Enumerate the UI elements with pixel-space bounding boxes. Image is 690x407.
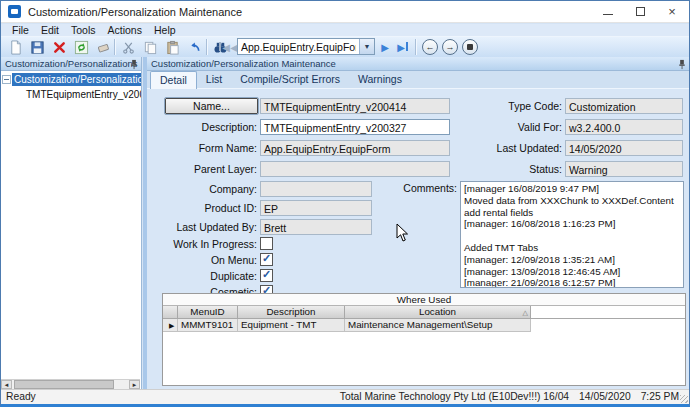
column-header-menuid[interactable]: MenuID [178, 306, 238, 319]
menu-actions[interactable]: Actions [102, 24, 148, 36]
close-button[interactable]: × [657, 1, 687, 22]
description-input[interactable] [264, 122, 446, 134]
where-used-grid: Where Used MenuID Description Location △… [162, 293, 686, 386]
valid-for-label: Valid For: [447, 121, 562, 133]
customization-maintenance-window: Customization/Personalization Maintenanc… [0, 0, 690, 407]
table-row[interactable]: ▶ MMMT9101 Equipment - TMT Maintenance M… [163, 319, 685, 332]
copy-button[interactable] [140, 38, 160, 56]
tab-warnings[interactable]: Warnings [349, 71, 411, 88]
type-code-label: Type Code: [447, 100, 562, 112]
refresh-button[interactable] [71, 38, 91, 56]
cut-button[interactable] [118, 38, 138, 56]
tree-panel-title: Customization/Personalizations [5, 58, 138, 69]
column-header-location[interactable]: Location △ [345, 306, 531, 319]
name-field: TMTEquipmentEntry_v200414 [260, 98, 450, 114]
new-button[interactable] [5, 38, 25, 56]
tree-panel: Customization/Personalizations Customiza… [1, 57, 142, 389]
company-label: Company: [152, 183, 257, 195]
titlebar: Customization/Personalization Maintenanc… [1, 1, 689, 23]
pin-icon[interactable] [130, 59, 138, 70]
column-header-description[interactable]: Description [238, 306, 345, 319]
close-icon: × [668, 4, 676, 19]
customizations-tree: Customization/Personalization TMTEquipme… [1, 71, 141, 379]
undo-button[interactable] [184, 38, 204, 56]
record-combo[interactable]: ▼ [237, 38, 375, 55]
next-record-button[interactable]: ▶ [378, 38, 392, 56]
tab-list[interactable]: List [197, 71, 231, 88]
on-menu-checkbox[interactable] [260, 253, 273, 266]
status-bar: Ready Total Marine Technology Pty Ltd (E… [1, 389, 689, 404]
scroll-left-icon[interactable]: ◄ [1, 380, 12, 389]
app-icon [8, 5, 21, 18]
where-used-caption: Where Used [163, 294, 685, 306]
tree-node-root[interactable]: Customization/Personalization [1, 73, 141, 86]
duplicate-label: Duplicate: [152, 270, 257, 282]
forward-button[interactable]: → [442, 39, 458, 55]
tree-node-child[interactable]: TMTEquipmentEntry_v200414 [1, 88, 141, 101]
status-label: Status: [447, 163, 562, 175]
main-panel-title: Customization/Personalization Maintenanc… [151, 58, 336, 69]
delete-button[interactable] [49, 38, 69, 56]
description-label: Description: [152, 121, 257, 133]
refresh-icon [74, 40, 89, 55]
menu-tools[interactable]: Tools [65, 24, 102, 36]
product-id-field: EP [260, 200, 372, 216]
tab-compile-script-errors[interactable]: Compile/Script Errors [231, 71, 349, 88]
comments-label: Comments: [347, 182, 457, 194]
tree-child-label[interactable]: TMTEquipmentEntry_v200414 [24, 89, 141, 100]
cell-menuid: MMMT9101 [178, 319, 238, 332]
forward-arrow-icon: → [446, 42, 455, 52]
row-selector-cell[interactable]: ▶ [163, 319, 178, 332]
type-code-field: Customization [565, 98, 683, 114]
minimize-button[interactable] [593, 1, 623, 22]
chevron-down-icon[interactable]: ▼ [359, 39, 374, 54]
status-time: 7:25 PM [641, 390, 679, 404]
cell-location: Maintenance Management\Setup [345, 319, 531, 332]
last-record-button[interactable]: ▶ [394, 38, 412, 56]
new-document-icon [8, 40, 23, 55]
pin-icon[interactable] [678, 59, 686, 70]
maximize-button[interactable] [625, 1, 655, 22]
save-button[interactable] [27, 38, 47, 56]
menu-file[interactable]: File [6, 24, 35, 36]
home-button[interactable] [462, 39, 478, 55]
paste-button[interactable] [162, 38, 182, 56]
form-name-label: Form Name: [152, 142, 257, 154]
menubar: File Edit Tools Actions Help [1, 24, 689, 36]
work-in-progress-label: Work In Progress: [152, 238, 257, 250]
comments-box[interactable]: [manager 16/08/2019 9:47 PM] Moved data … [460, 181, 684, 288]
toolbar-separator [206, 39, 207, 55]
toolbar-separator [415, 39, 416, 55]
menu-edit[interactable]: Edit [35, 24, 65, 36]
resize-grip[interactable] [680, 395, 688, 403]
tab-strip: Detail List Compile/Script Errors Warnin… [147, 71, 689, 89]
work-in-progress-checkbox[interactable] [260, 237, 273, 250]
status-date: 14/05/2020 [579, 390, 631, 404]
name-button[interactable]: Name... [165, 98, 258, 114]
tree-panel-header: Customization/Personalizations [1, 57, 141, 71]
duplicate-checkbox[interactable] [260, 269, 273, 282]
record-combo-input[interactable] [238, 39, 359, 54]
scrollbar-thumb[interactable] [14, 380, 114, 389]
clear-button[interactable] [93, 38, 113, 56]
menu-help[interactable]: Help [148, 24, 182, 36]
tree-horizontal-scrollbar[interactable]: ◄ ► [1, 379, 140, 389]
tab-detail[interactable]: Detail [150, 71, 197, 89]
status-ready: Ready [6, 390, 36, 404]
last-record-icon: ▶ [397, 42, 409, 53]
status-company: Total Marine Technology Pty Ltd (E10Dev!… [340, 390, 569, 404]
undo-arrow-icon [187, 40, 202, 55]
current-row-marker-icon: ▶ [166, 322, 174, 329]
last-updated-by-field: Brett [260, 219, 372, 235]
description-field[interactable] [260, 119, 450, 135]
tree-root-label[interactable]: Customization/Personalization [12, 73, 141, 86]
scroll-right-icon[interactable]: ► [129, 380, 140, 389]
detail-tab-content: Name... TMTEquipmentEntry_v200414 Descri… [147, 89, 689, 389]
column-header-location-label: Location [419, 306, 456, 317]
where-used-header-row: MenuID Description Location △ [163, 306, 685, 319]
back-button[interactable]: ← [422, 39, 438, 55]
sort-indicator-icon: △ [523, 307, 528, 319]
tree-expander-icon[interactable] [2, 75, 11, 84]
status-field: Warning [565, 161, 683, 177]
copy-icon [143, 40, 158, 55]
